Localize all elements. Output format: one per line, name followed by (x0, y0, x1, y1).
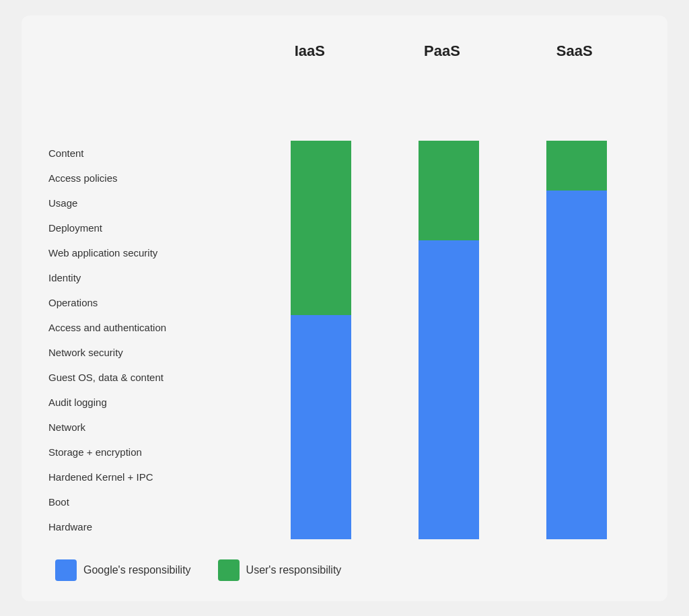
bar-user-segment-saas (546, 141, 607, 191)
row-label-0: Content (48, 141, 244, 166)
row-label-6: Operations (48, 290, 244, 315)
row-label-3: Deployment (48, 215, 244, 240)
legend-user: User's responsibility (218, 559, 342, 581)
row-label-14: Boot (48, 489, 244, 514)
legend-google: Google's responsibility (55, 559, 191, 581)
row-label-11: Network (48, 415, 244, 440)
bar-google-segment-saas (546, 191, 607, 539)
bar-saas (546, 141, 607, 539)
row-labels: ContentAccess policiesUsageDeploymentWeb… (48, 69, 244, 539)
bar-group-iaas (257, 141, 385, 539)
bar-google-segment-paas (419, 240, 479, 539)
row-label-9: Guest OS, data & content (48, 365, 244, 390)
row-label-12: Storage + encryption (48, 440, 244, 465)
legend: Google's responsibility User's responsib… (48, 559, 641, 581)
bar-paas (419, 141, 479, 539)
chart-card: IaaS PaaS SaaS ContentAccess policiesUsa… (22, 15, 667, 601)
chart-area: ContentAccess policiesUsageDeploymentWeb… (48, 69, 641, 539)
row-label-2: Usage (48, 191, 244, 215)
bars-area (244, 69, 641, 539)
row-label-4: Web application security (48, 240, 244, 265)
row-label-1: Access policies (48, 166, 244, 191)
legend-swatch-blue (55, 559, 77, 581)
bar-group-saas (513, 141, 641, 539)
bar-group-paas (385, 141, 513, 539)
bar-google-segment-iaas (291, 315, 351, 539)
row-label-8: Network security (48, 340, 244, 365)
row-label-5: Identity (48, 265, 244, 290)
legend-swatch-green (218, 559, 240, 581)
row-label-13: Hardened Kernel + IPC (48, 465, 244, 489)
row-label-15: Hardware (48, 514, 244, 539)
header-saas: SaaS (508, 42, 641, 69)
bar-user-segment-paas (419, 141, 479, 240)
header-paas: PaaS (376, 42, 509, 69)
header-iaas: IaaS (244, 42, 376, 69)
row-label-10: Audit logging (48, 390, 244, 415)
bar-user-segment-iaas (291, 141, 351, 315)
legend-google-label: Google's responsibility (83, 564, 191, 576)
legend-user-label: User's responsibility (246, 564, 342, 576)
bar-iaas (291, 141, 351, 539)
column-headers: IaaS PaaS SaaS (48, 42, 641, 69)
row-label-7: Access and authentication (48, 315, 244, 340)
